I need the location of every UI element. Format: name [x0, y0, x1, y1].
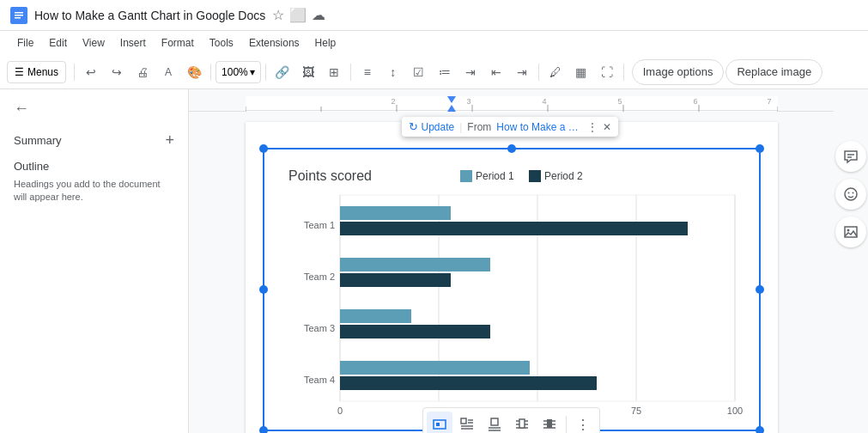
checklist-button[interactable]: ☑ [407, 60, 431, 84]
line-spacing-button[interactable]: ↕ [381, 60, 405, 84]
svg-rect-48 [340, 376, 597, 390]
add-summary-button[interactable]: + [165, 131, 174, 149]
svg-point-69 [845, 188, 857, 200]
zoom-selector[interactable]: 100% ▾ [215, 61, 261, 83]
svg-text:5: 5 [617, 97, 622, 106]
svg-rect-4 [246, 96, 778, 112]
svg-text:0: 0 [337, 406, 342, 416]
unlink-button[interactable]: ✕ [603, 121, 611, 133]
paint-format-button[interactable]: 🎨 [182, 60, 206, 84]
ruler-ticks: 2 3 4 5 6 7 [246, 96, 778, 112]
source-link[interactable]: How to Make a G... [496, 121, 582, 133]
handle-mr[interactable] [756, 285, 764, 294]
toolbar: ☰ Menus ↩ ↪ 🖨 A 🎨 100% ▾ 🔗 🖼 ⊞ ≡ ↕ ☑ ≔ ⇥… [0, 55, 868, 89]
separator-3 [265, 64, 266, 81]
handle-tl[interactable] [259, 144, 268, 153]
break-button[interactable] [482, 412, 507, 433]
list-button[interactable]: ≔ [433, 60, 457, 84]
from-label: From [467, 121, 491, 133]
zoom-value: 100% [222, 66, 248, 78]
comment-icon-button[interactable] [835, 141, 866, 172]
sidebar: ← Summary + Outline Headings you add to … [0, 89, 189, 433]
svg-text:6: 6 [693, 97, 697, 106]
page-wrapper[interactable]: ↻ Update | From How to Make a G... ⋮ ✕ P… [189, 112, 834, 433]
svg-text:100: 100 [726, 406, 742, 416]
increase-indent-button2[interactable]: ⇥ [510, 60, 534, 84]
separator-5 [538, 64, 539, 81]
handle-bl[interactable] [259, 426, 268, 433]
crop-button[interactable]: ⛶ [595, 60, 619, 84]
handle-br[interactable] [756, 426, 764, 433]
svg-rect-41 [340, 258, 490, 271]
doc-title[interactable]: How to Make a Gantt Chart in Google Docs [34, 9, 265, 22]
menus-label: Menus [27, 66, 58, 78]
inline-button[interactable] [427, 412, 452, 433]
svg-text:Team 4: Team 4 [303, 375, 334, 385]
svg-rect-51 [461, 418, 466, 424]
menu-file[interactable]: File [10, 34, 40, 52]
menu-format[interactable]: Format [155, 34, 201, 52]
back-button[interactable]: ← [14, 100, 174, 118]
image-options-label: Image options [643, 65, 713, 78]
spellcheck-button[interactable]: A [156, 60, 180, 84]
svg-rect-39 [340, 222, 688, 235]
link-button[interactable]: 🔗 [270, 60, 294, 84]
ruler: 2 3 4 5 6 7 [189, 96, 834, 112]
indent-button[interactable]: ⇥ [458, 60, 483, 84]
svg-point-71 [853, 192, 854, 194]
zoom-dropdown-icon: ▾ [250, 66, 255, 78]
menu-view[interactable]: View [76, 34, 112, 52]
separator-6 [623, 64, 624, 81]
svg-text:Team 1: Team 1 [303, 220, 334, 230]
menus-icon: ☰ [15, 66, 24, 78]
replace-image-button[interactable]: Replace image [725, 59, 822, 85]
svg-rect-47 [340, 361, 530, 375]
handle-ml[interactable] [259, 285, 268, 294]
cloud-icon[interactable]: ☁ [312, 7, 325, 23]
align-button[interactable]: ≡ [355, 60, 379, 84]
menu-help[interactable]: Help [308, 34, 343, 52]
menus-button[interactable]: ☰ Menus [7, 61, 66, 83]
svg-rect-44 [340, 309, 411, 323]
decrease-indent-button[interactable]: ⇤ [484, 60, 508, 84]
behind-button[interactable] [509, 412, 535, 433]
separator-4 [350, 64, 351, 81]
handle-tr[interactable] [756, 144, 764, 153]
handle-tm[interactable] [507, 144, 516, 153]
title-icons: ☆ ⬜ ☁ [272, 7, 325, 23]
menu-insert[interactable]: Insert [113, 34, 153, 52]
svg-text:Period 1: Period 1 [476, 170, 514, 182]
image-icon-button[interactable] [835, 216, 866, 247]
menu-extensions[interactable]: Extensions [242, 34, 307, 52]
more-options-bottom-button[interactable]: ⋮ [570, 412, 596, 433]
wrap-button[interactable] [454, 412, 480, 433]
star-icon[interactable]: ☆ [272, 7, 284, 23]
title-bar: How to Make a Gantt Chart in Google Docs… [0, 0, 868, 31]
folder-icon[interactable]: ⬜ [289, 7, 307, 23]
menu-edit[interactable]: Edit [42, 34, 74, 52]
redo-button[interactable]: ↪ [105, 60, 129, 84]
svg-text:75: 75 [630, 406, 640, 416]
emoji-icon-button[interactable] [835, 179, 866, 210]
print-button[interactable]: 🖨 [131, 60, 155, 84]
svg-text:3: 3 [466, 97, 470, 106]
undo-button[interactable]: ↩ [79, 60, 103, 84]
svg-text:Team 3: Team 3 [303, 323, 334, 333]
front-button[interactable] [537, 412, 562, 433]
table-button[interactable]: ⊞ [322, 60, 346, 84]
main-layout: ← Summary + Outline Headings you add to … [0, 89, 868, 433]
chart-container[interactable]: ↻ Update | From How to Make a G... ⋮ ✕ P… [263, 148, 761, 431]
update-label[interactable]: Update [422, 121, 455, 133]
image-options-button[interactable]: Image options [632, 59, 725, 85]
border-button[interactable]: ▦ [569, 60, 593, 84]
image-button[interactable]: 🖼 [296, 60, 320, 84]
more-options-button[interactable]: ⋮ [587, 121, 598, 133]
update-button[interactable]: ↻ Update [409, 120, 455, 133]
menu-tools[interactable]: Tools [203, 34, 240, 52]
svg-rect-66 [547, 419, 552, 428]
chart-popup: ↻ Update | From How to Make a G... ⋮ ✕ [402, 117, 619, 137]
page: ↻ Update | From How to Make a G... ⋮ ✕ P… [246, 122, 778, 433]
svg-rect-72 [845, 227, 857, 237]
highlight-button[interactable]: 🖊 [543, 60, 568, 84]
right-sidebar [834, 89, 868, 433]
